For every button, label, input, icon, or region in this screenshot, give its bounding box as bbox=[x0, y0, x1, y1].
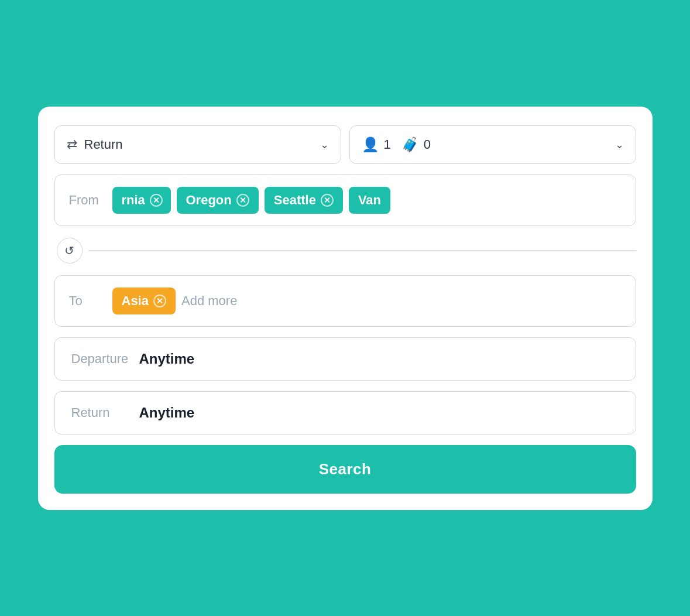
tag-oregon[interactable]: Oregon ✕ bbox=[177, 187, 259, 214]
return-box[interactable]: Return Anytime bbox=[54, 391, 636, 434]
to-row: To Asia ✕ Add more bbox=[69, 288, 622, 314]
from-tags-container: rnia ✕ Oregon ✕ Seattle ✕ Van bbox=[112, 187, 622, 214]
departure-value: Anytime bbox=[139, 351, 195, 367]
tag-seattle-text: Seattle bbox=[274, 193, 316, 208]
bag-icon: 🧳 bbox=[401, 136, 419, 153]
tag-van-text: Van bbox=[358, 193, 381, 208]
bags-group: 🧳 0 bbox=[401, 136, 431, 153]
departure-box[interactable]: Departure Anytime bbox=[54, 337, 636, 381]
to-label: To bbox=[69, 293, 104, 309]
tag-asia-text: Asia bbox=[122, 293, 149, 309]
from-box: From rnia ✕ Oregon ✕ Seattle ✕ bbox=[54, 174, 636, 226]
tag-asia[interactable]: Asia ✕ bbox=[112, 288, 176, 314]
passengers-chevron-icon: ⌄ bbox=[615, 138, 624, 151]
tag-asia-close-icon[interactable]: ✕ bbox=[153, 295, 166, 307]
tag-california-text: rnia bbox=[122, 193, 145, 208]
swap-button[interactable]: ↺ bbox=[57, 238, 83, 263]
tag-california-close-icon[interactable]: ✕ bbox=[150, 194, 163, 207]
passengers-selector[interactable]: 👤 1 🧳 0 ⌄ bbox=[349, 125, 636, 164]
adults-count: 1 bbox=[384, 137, 391, 152]
trip-type-label: Return bbox=[84, 137, 123, 152]
add-more-label[interactable]: Add more bbox=[181, 293, 237, 309]
return-label: Return bbox=[71, 405, 130, 420]
swap-row: ↺ bbox=[54, 237, 636, 265]
from-label: From bbox=[69, 193, 104, 208]
trip-type-chevron-icon: ⌄ bbox=[320, 138, 329, 151]
passenger-info: 👤 1 🧳 0 bbox=[362, 136, 608, 153]
tag-oregon-close-icon[interactable]: ✕ bbox=[236, 194, 249, 207]
adults-group: 👤 1 bbox=[362, 136, 391, 153]
divider-line bbox=[88, 250, 636, 251]
trip-type-selector[interactable]: ⇄ Return ⌄ bbox=[54, 125, 341, 164]
tag-seattle-close-icon[interactable]: ✕ bbox=[321, 194, 334, 207]
person-icon: 👤 bbox=[362, 136, 379, 153]
tag-seattle[interactable]: Seattle ✕ bbox=[265, 187, 343, 214]
tag-oregon-text: Oregon bbox=[186, 193, 232, 208]
top-row: ⇄ Return ⌄ 👤 1 🧳 0 ⌄ bbox=[54, 125, 636, 164]
tag-california[interactable]: rnia ✕ bbox=[112, 187, 171, 214]
return-arrows-icon: ⇄ bbox=[67, 137, 77, 152]
search-card: ⇄ Return ⌄ 👤 1 🧳 0 ⌄ From bbox=[38, 107, 653, 510]
return-value: Anytime bbox=[139, 405, 195, 421]
to-box: To Asia ✕ Add more bbox=[54, 275, 636, 327]
to-tags-container: Asia ✕ Add more bbox=[112, 288, 622, 314]
from-row: From rnia ✕ Oregon ✕ Seattle ✕ bbox=[69, 187, 622, 214]
tag-van[interactable]: Van bbox=[349, 187, 390, 214]
search-button[interactable]: Search bbox=[54, 445, 636, 494]
departure-label: Departure bbox=[71, 351, 130, 367]
bags-count: 0 bbox=[424, 137, 431, 152]
